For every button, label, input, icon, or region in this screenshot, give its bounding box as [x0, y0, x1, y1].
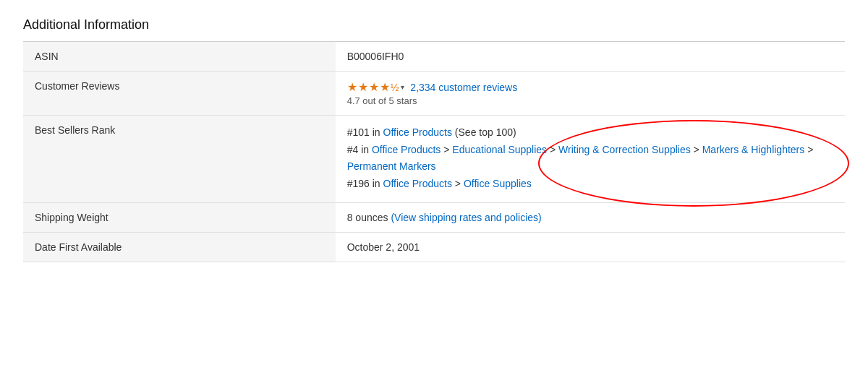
row-label-2: Best Sellers Rank	[23, 116, 336, 203]
table-row: Date First AvailableOctober 2, 2001	[23, 232, 845, 262]
row-value-2: #101 in Office Products (See top 100)#4 …	[336, 116, 845, 203]
rank-suffix: (See top 100)	[452, 126, 516, 138]
row-label-0: ASIN	[23, 42, 336, 72]
row-label-1: Customer Reviews	[23, 72, 336, 116]
rank-line-1: #4 in Office Products > Educational Supp…	[347, 142, 833, 174]
row-label-4: Date First Available	[23, 232, 336, 262]
shipping-weight-value: 8 ounces	[347, 212, 391, 223]
rank-cat-link-1[interactable]: Office Products	[372, 144, 441, 155]
additional-info-table: ASINB00006IFH0Customer Reviews★★★★½▾2,33…	[23, 42, 845, 262]
row-value-1: ★★★★½▾2,334 customer reviews4.7 out of 5…	[336, 72, 845, 116]
table-row: ASINB00006IFH0	[23, 42, 845, 72]
sub-cat-link-0[interactable]: Educational Supplies	[452, 144, 547, 155]
stars-dropdown-icon[interactable]: ▾	[401, 83, 404, 91]
star-icons: ★★★★	[347, 80, 391, 94]
rank-number: #101 in	[347, 126, 383, 138]
table-row: Customer Reviews★★★★½▾2,334 customer rev…	[23, 72, 845, 116]
rank-cat-link-2[interactable]: Office Products	[383, 178, 452, 189]
rank-category-link[interactable]: Office Products	[383, 126, 452, 138]
rank-line-2: #196 in Office Products > Office Supplie…	[347, 176, 833, 191]
sub-cat-link-1[interactable]: Writing & Correction Supplies	[558, 144, 691, 155]
stars-row: ★★★★½▾2,334 customer reviews	[347, 80, 833, 94]
rating-text: 4.7 out of 5 stars	[347, 95, 833, 106]
sub-cat-link-2-0[interactable]: Office Supplies	[464, 178, 532, 189]
sub-cat-link-2[interactable]: Markers & Highlighters	[702, 144, 805, 155]
sub-cat-link-3[interactable]: Permanent Markers	[347, 160, 436, 172]
customer-reviews-link[interactable]: 2,334 customer reviews	[410, 82, 517, 93]
row-value-3: 8 ounces (View shipping rates and polici…	[336, 202, 845, 232]
row-value-4: October 2, 2001	[336, 232, 845, 262]
row-value-0: B00006IFH0	[336, 42, 845, 72]
table-row: Shipping Weight8 ounces (View shipping r…	[23, 202, 845, 232]
table-row: Best Sellers Rank#101 in Office Products…	[23, 116, 845, 203]
section-title: Additional Information	[23, 17, 845, 33]
row-label-3: Shipping Weight	[23, 202, 336, 232]
rank-line-0: #101 in Office Products (See top 100)	[347, 124, 833, 140]
shipping-rates-link[interactable]: (View shipping rates and policies)	[391, 212, 541, 223]
half-star-icon: ½	[391, 82, 399, 93]
